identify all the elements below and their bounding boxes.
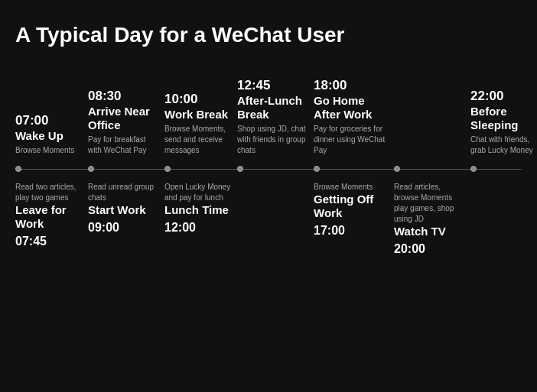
dot-cell-2 — [88, 166, 164, 172]
event-afterlunch-time: 12:45 — [237, 78, 309, 93]
event-lunchtime-desc: Open Lucky Money and pay for lunch — [164, 182, 233, 203]
timeline: 07:00 Wake Up Browse Moments 08:30 Arriv… — [15, 78, 522, 256]
event-gettingoff-label: Getting Off Work — [314, 193, 389, 220]
event-leavework-time: 07:45 — [15, 235, 83, 248]
dot-2 — [88, 166, 94, 172]
event-gohome-time: 18:00 — [314, 78, 389, 93]
dot-cell-3 — [164, 166, 237, 172]
event-wake-up-label: Wake Up — [15, 129, 83, 143]
event-empty2-bottom — [470, 174, 537, 256]
event-empty-bottom — [237, 174, 314, 256]
event-startwork-bottom: Read unread group chats Start Work 09:00 — [88, 174, 164, 256]
event-gohome-top: 18:00 Go Home After Work Pay for groceri… — [314, 78, 394, 164]
event-gohome-label: Go Home After Work — [314, 94, 389, 121]
event-watchtv-time: 20:00 — [394, 242, 466, 256]
event-startwork-time: 09:00 — [88, 221, 160, 235]
event-sleeping-top: 22:00 Before Sleeping Chat with friends,… — [470, 78, 537, 164]
event-startwork-label: Start Work — [88, 203, 160, 217]
timeline-divider — [15, 164, 522, 174]
event-afterlunch-top: 12:45 After-Lunch Break Shop using JD, c… — [237, 78, 314, 164]
dot-1 — [15, 166, 21, 172]
event-leavework-desc: Read two articles, play two games — [15, 182, 83, 203]
event-arrive-desc: Pay for breakfast with WeChat Pay — [88, 134, 160, 156]
event-gettingoff-desc: Browse Moments — [314, 182, 389, 193]
event-workbreak-time: 10:00 — [164, 92, 233, 107]
dot-cell-7 — [470, 166, 537, 172]
page-title: A Typical Day for a WeChat User — [15, 23, 522, 47]
dot-7 — [470, 166, 477, 172]
event-wake-up-time: 07:00 — [15, 113, 83, 128]
event-leavework-label: Leave for Work — [15, 203, 83, 231]
dot-cell-5 — [314, 166, 394, 172]
dot-4 — [237, 166, 243, 172]
event-arrive-time: 08:30 — [88, 89, 160, 104]
dot-cell-4 — [237, 166, 314, 172]
event-watchtv-bottom: Read articles, browse Moments play games… — [394, 174, 470, 256]
event-arrive-top: 08:30 Arrive Near Office Pay for breakfa… — [88, 78, 164, 164]
event-sleeping-desc: Chat with friends, grab Lucky Money — [470, 134, 537, 156]
event-sleeping-time: 22:00 — [470, 89, 537, 104]
dot-5 — [314, 166, 320, 172]
event-startwork-desc: Read unread group chats — [88, 182, 160, 203]
event-arrive-label: Arrive Near Office — [88, 105, 160, 132]
dot-6 — [394, 166, 400, 172]
dot-cell-6 — [394, 166, 470, 172]
event-afterlunch-label: After-Lunch Break — [237, 94, 309, 121]
event-workbreak-label: Work Break — [164, 108, 233, 121]
event-sleeping-label: Before Sleeping — [470, 105, 537, 132]
event-gettingoff-time: 17:00 — [314, 224, 389, 238]
event-lunchtime-bottom: Open Lucky Money and pay for lunch Lunch… — [164, 174, 237, 256]
bottom-events-row: Read two articles, play two games Leave … — [15, 174, 522, 256]
event-lunchtime-time: 12:00 — [164, 221, 233, 235]
event-workbreak-top: 10:00 Work Break Browse Moments, send an… — [164, 78, 237, 164]
event-watchtv-label: Watch TV — [394, 225, 466, 238]
event-afterlunch-desc: Shop using JD, chat with friends in grou… — [237, 124, 309, 156]
event-watchtv-desc: Read articles, browse Moments play games… — [394, 182, 466, 225]
top-events-row: 07:00 Wake Up Browse Moments 08:30 Arriv… — [15, 78, 522, 164]
event-gohome-desc: Pay for groceries for dinner using WeCha… — [314, 124, 389, 156]
event-lunchtime-label: Lunch Time — [164, 203, 233, 217]
event-leavework-bottom: Read two articles, play two games Leave … — [15, 174, 88, 256]
timeline-dots — [15, 166, 522, 172]
event-empty-top — [394, 78, 470, 164]
event-workbreak-desc: Browse Moments, send and receive message… — [164, 124, 233, 156]
event-wake-up-top: 07:00 Wake Up Browse Moments — [15, 78, 88, 164]
event-wake-up-desc: Browse Moments — [15, 145, 83, 156]
dot-3 — [164, 166, 171, 172]
event-gettingoff-bottom: Browse Moments Getting Off Work 17:00 — [314, 174, 394, 256]
dot-cell-1 — [15, 166, 88, 172]
